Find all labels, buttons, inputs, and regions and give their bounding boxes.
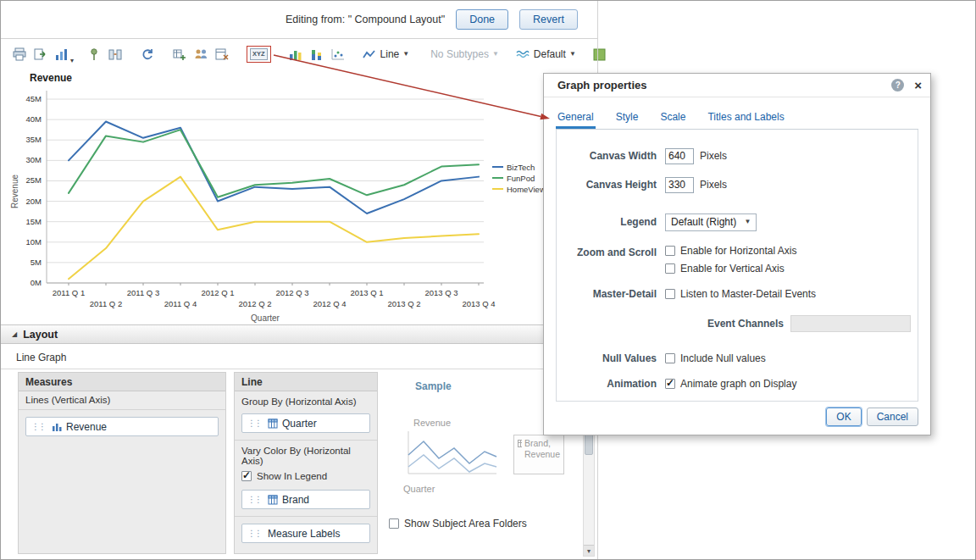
- zoom-scroll-label: Zoom and Scroll: [557, 245, 665, 258]
- animation-option-label: Animate graph on Display: [680, 378, 796, 390]
- copy-formatting-button[interactable]: [108, 47, 123, 61]
- graph-type-label: Line: [380, 48, 400, 60]
- svg-text:2011 Q 2: 2011 Q 2: [90, 299, 122, 308]
- svg-text:5M: 5M: [30, 258, 42, 267]
- event-channels-input[interactable]: [790, 315, 911, 332]
- graph-properties-dialog: Graph properties ? × General Style Scale…: [543, 73, 931, 435]
- show-in-legend-checkbox[interactable]: [241, 471, 252, 481]
- close-icon[interactable]: ×: [914, 78, 922, 92]
- tab-style[interactable]: Style: [614, 108, 640, 129]
- print-button[interactable]: [12, 47, 27, 61]
- bar-graph-type-button[interactable]: [288, 47, 303, 61]
- chevron-down-icon: ▾: [70, 58, 74, 64]
- drag-handle-icon[interactable]: ⋮⋮: [247, 530, 261, 538]
- legend-dropdown[interactable]: Default (Right) ▼: [665, 213, 757, 231]
- view-selector-button[interactable]: ▾: [54, 47, 69, 61]
- canvas-height-input[interactable]: [665, 177, 694, 193]
- dialog-tabs: General Style Scale Titles and Labels: [556, 103, 918, 130]
- svg-text:Quarter: Quarter: [251, 313, 280, 323]
- zoom-vertical-checkbox[interactable]: [665, 263, 675, 274]
- zoom-horizontal-checkbox[interactable]: [665, 246, 675, 256]
- null-values-row: Null Values Include Null values: [557, 349, 918, 368]
- svg-text:2012 Q 2: 2012 Q 2: [238, 299, 271, 308]
- line-type-icon: [363, 48, 376, 60]
- canvas-height-label: Canvas Height: [557, 179, 665, 191]
- dialog-titlebar: Graph properties ? ×: [544, 74, 930, 97]
- sample-mini-chart: [402, 430, 502, 482]
- svg-text:2013 Q 3: 2013 Q 3: [424, 288, 458, 297]
- graph-type-select[interactable]: Line ▼: [363, 48, 410, 60]
- animation-checkbox[interactable]: [665, 379, 675, 389]
- help-icon[interactable]: ?: [891, 79, 904, 91]
- graph-properties-button[interactable]: XYZ: [247, 46, 271, 63]
- tab-scale[interactable]: Scale: [658, 108, 687, 129]
- null-values-label: Null Values: [557, 352, 665, 364]
- null-values-checkbox[interactable]: [665, 353, 675, 363]
- new-group-button[interactable]: [193, 47, 208, 61]
- measure-item-revenue[interactable]: ⋮⋮ Revenue: [25, 417, 219, 436]
- svg-text:25M: 25M: [26, 175, 42, 185]
- green-swatch-icon: [593, 48, 606, 61]
- measure-columns-icon: [52, 422, 62, 432]
- scrollbar-down-button[interactable]: ▾: [584, 545, 594, 556]
- color-swatch-button[interactable]: [593, 48, 606, 61]
- top-bar: Editing from: " Compound Layout" Done Re…: [1, 1, 597, 39]
- stacked-graph-type-button[interactable]: [309, 47, 324, 61]
- svg-text:2012 Q 4: 2012 Q 4: [313, 299, 346, 308]
- cancel-button[interactable]: Cancel: [867, 408, 918, 426]
- xyz-icon: XYZ: [250, 48, 268, 60]
- svg-text:Revenue: Revenue: [10, 175, 19, 208]
- export-icon: [33, 47, 48, 61]
- canvas-width-input[interactable]: [665, 148, 694, 164]
- refresh-icon: [140, 47, 155, 61]
- show-subject-area-folders-row: Show Subject Area Folders: [389, 518, 527, 530]
- tab-titles-and-labels[interactable]: Titles and Labels: [706, 108, 785, 129]
- layout-panel-header[interactable]: ◢ Layout: [1, 324, 597, 344]
- new-measure-button[interactable]: [172, 47, 187, 61]
- style-select[interactable]: Default ▼: [516, 48, 576, 60]
- show-subject-area-folders-checkbox[interactable]: [389, 518, 399, 529]
- vary-color-label: Vary Color By (Horizontal Axis): [235, 441, 377, 466]
- drag-handle-icon[interactable]: ⋮⋮: [247, 496, 261, 504]
- measure-labels-item[interactable]: ⋮⋮ Measure Labels: [241, 524, 370, 543]
- canvas-width-row: Canvas Width Pixels: [557, 147, 918, 165]
- svg-text:HomeView: HomeView: [507, 185, 546, 194]
- event-channels-label: Event Channels: [707, 318, 784, 330]
- svg-text:45M: 45M: [26, 94, 42, 103]
- svg-text:2013 Q 4: 2013 Q 4: [462, 299, 495, 308]
- scatter-graph-type-button[interactable]: [330, 47, 346, 61]
- group-by-item-quarter[interactable]: ⋮⋮ Quarter: [241, 413, 370, 433]
- drag-handle-icon[interactable]: ⋮⋮: [247, 419, 261, 428]
- line-panel-title: Line: [235, 373, 377, 391]
- svg-text:40M: 40M: [26, 114, 42, 124]
- zoom-vertical-label: Enable for Vertical Axis: [680, 263, 785, 274]
- new-measure-icon: [172, 47, 187, 61]
- svg-text:35M: 35M: [26, 135, 42, 144]
- copy-formatting-icon: [108, 47, 123, 61]
- pin-button[interactable]: [86, 47, 102, 61]
- style-wave-icon: [516, 48, 530, 60]
- legend-row: Legend Default (Right) ▼: [557, 213, 918, 231]
- svg-text:20M: 20M: [26, 197, 42, 206]
- vary-color-item-brand[interactable]: ⋮⋮ Brand: [241, 490, 370, 509]
- zoom-vertical-row: Enable for Vertical Axis: [665, 263, 796, 274]
- revenue-line-chart: 0M5M10M15M20M25M30M35M40M45M2011 Q 12011…: [8, 69, 596, 324]
- show-subject-area-folders-label: Show Subject Area Folders: [404, 518, 527, 530]
- measure-item-label: Revenue: [66, 421, 107, 433]
- zoom-scroll-row: Zoom and Scroll Enable for Horizontal Ax…: [557, 245, 918, 274]
- done-button[interactable]: Done: [456, 9, 508, 30]
- ok-button[interactable]: OK: [826, 408, 861, 426]
- drag-handle-icon[interactable]: ⋮⋮: [31, 423, 45, 431]
- collapse-triangle-icon[interactable]: ◢: [12, 331, 17, 338]
- null-values-option-label: Include Null values: [680, 352, 766, 364]
- master-detail-checkbox[interactable]: [665, 289, 675, 299]
- sample-legend-label: Brand, Revenue: [524, 438, 560, 471]
- editing-group: Editing from: " Compound Layout" Done Re…: [286, 9, 578, 30]
- group-by-label: Group By (Horizontal Axis): [235, 391, 377, 407]
- export-button[interactable]: [33, 47, 48, 61]
- group-people-icon: [193, 47, 208, 61]
- refresh-button[interactable]: [140, 47, 155, 61]
- tab-general[interactable]: General: [556, 108, 596, 129]
- revert-button[interactable]: Revert: [519, 9, 578, 30]
- new-calculated-item-button[interactable]: [214, 47, 230, 61]
